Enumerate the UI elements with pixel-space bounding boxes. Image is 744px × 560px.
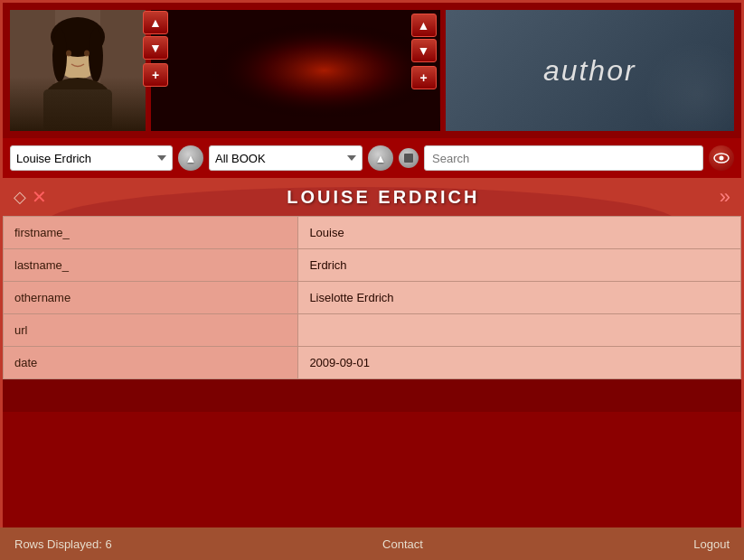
record-header: ◇ ✕ LOUISE ERDRICH » — [3, 178, 741, 216]
field-name: url — [4, 314, 298, 347]
eye-icon — [713, 153, 730, 163]
svg-point-10 — [43, 78, 112, 123]
svg-point-8 — [84, 51, 89, 57]
table-row: othernameLiselotte Erdrich — [4, 282, 741, 314]
stop-btn[interactable] — [399, 148, 419, 168]
stop-icon — [404, 154, 413, 163]
dark-photo-panel: ▲ ▼ + — [151, 10, 440, 131]
top-image-row: ▲ ▼ + ▲ ▼ + author — [3, 3, 741, 138]
panel2-up-btn[interactable]: ▲ — [411, 14, 437, 37]
field-value: Erdrich — [298, 249, 741, 282]
field-value: 2009-09-01 — [298, 347, 741, 379]
svg-rect-13 — [151, 10, 440, 131]
panel2-down-btn[interactable]: ▼ — [411, 39, 437, 62]
author-label: author — [543, 54, 636, 88]
svg-rect-1 — [10, 10, 55, 131]
svg-rect-9 — [71, 75, 84, 89]
field-name: firstname_ — [4, 217, 298, 249]
toolbar: Louise Erdrich ▲ All BOOK ▲ — [3, 138, 741, 178]
svg-point-5 — [52, 28, 67, 82]
panel1-plus-btn[interactable]: + — [143, 63, 168, 87]
svg-point-15 — [720, 156, 724, 161]
book-dropdown[interactable]: All BOOK — [209, 145, 363, 171]
field-value — [298, 314, 741, 347]
field-name: date — [4, 347, 298, 379]
svg-rect-2 — [100, 10, 146, 131]
table-row: url — [4, 314, 741, 347]
dark-photo-svg — [151, 10, 440, 131]
table-row: lastname_Erdrich — [4, 249, 741, 282]
panel1-up-btn[interactable]: ▲ — [143, 11, 168, 34]
svg-point-7 — [66, 51, 71, 57]
record-title: LOUISE ERDRICH — [47, 187, 720, 208]
contact-link[interactable]: Contact — [112, 537, 694, 551]
close-icon[interactable]: ✕ — [32, 186, 47, 208]
panel2-plus-btn[interactable]: + — [411, 66, 437, 89]
search-input[interactable] — [424, 145, 703, 171]
field-value: Louise — [298, 217, 741, 249]
panel2-controls: ▲ ▼ + — [411, 14, 437, 89]
table-row: firstname_Louise — [4, 217, 741, 249]
logout-btn[interactable]: Logout — [693, 537, 730, 551]
dark-photo — [151, 10, 440, 131]
data-table: firstname_Louiselastname_Erdrichothernam… — [3, 216, 741, 379]
forward-btn[interactable]: » — [720, 185, 730, 209]
person-photo — [10, 10, 146, 131]
field-name: lastname_ — [4, 249, 298, 282]
rows-displayed: Rows Displayed: 6 — [14, 537, 112, 551]
svg-rect-11 — [43, 89, 112, 131]
person-svg — [10, 10, 146, 131]
person-photo-panel — [10, 10, 146, 131]
author-panel: author — [446, 10, 735, 131]
field-name: othername — [4, 282, 298, 314]
svg-point-6 — [89, 28, 103, 82]
panel1-controls: ▲ ▼ + — [143, 11, 168, 87]
table-row: date2009-09-01 — [4, 347, 741, 379]
data-section: firstname_Louiselastname_Erdrichothernam… — [3, 216, 741, 412]
footer: Rows Displayed: 6 Contact Logout — [0, 527, 744, 560]
tag-icon[interactable]: ◇ — [14, 187, 26, 207]
author-dropdown[interactable]: Louise Erdrich — [10, 145, 173, 171]
author-nav-btn[interactable]: ▲ — [178, 145, 203, 171]
panel1-down-btn[interactable]: ▼ — [143, 36, 168, 60]
book-nav-btn[interactable]: ▲ — [368, 145, 393, 171]
eye-btn[interactable] — [709, 145, 734, 171]
field-value: Liselotte Erdrich — [298, 282, 741, 314]
